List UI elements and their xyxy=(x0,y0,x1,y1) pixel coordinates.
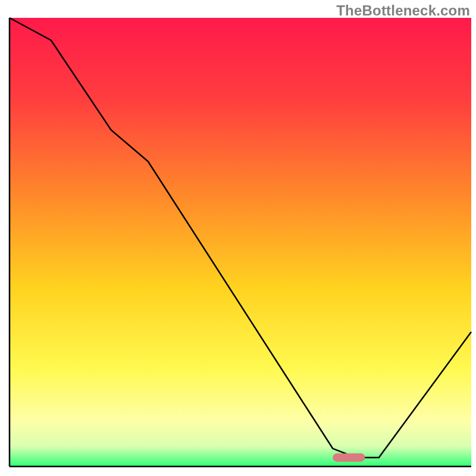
attribution-label: TheBottleneck.com xyxy=(336,2,470,19)
chart-container: TheBottleneck.com xyxy=(0,0,476,476)
plot-background xyxy=(10,18,471,466)
bottleneck-chart xyxy=(0,0,476,476)
optimal-marker xyxy=(333,453,365,462)
